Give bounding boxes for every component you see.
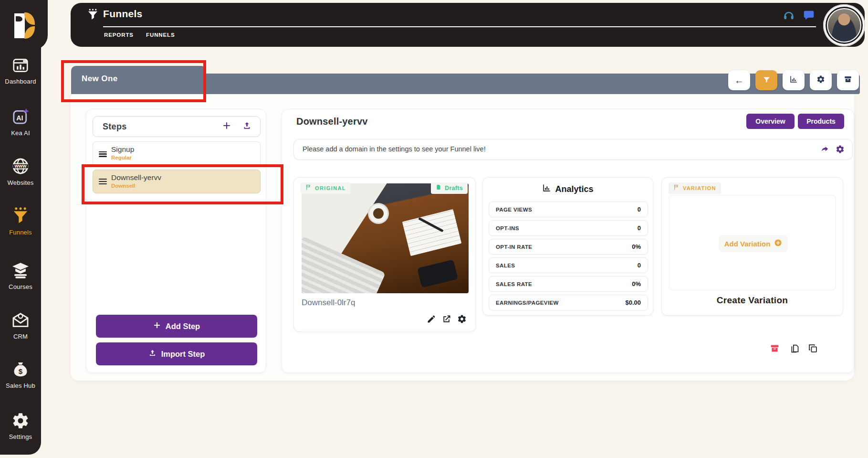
globe-www-icon: www [11,157,30,176]
variation-card: VARIATION Add Variation Create Variation [661,177,843,316]
import-step-icon-button[interactable] [242,121,251,132]
analytics-title: Analytics [483,183,653,195]
funnel-name-tab[interactable]: New One [71,66,206,94]
archive-box-icon [844,75,852,86]
funnel-name: New One [82,74,118,84]
funnel-icon [86,8,99,23]
duplicate-icon[interactable] [808,343,818,355]
sidebar-item-label: Sales Hub [6,382,35,389]
kea-logo-icon [14,12,36,39]
gear-icon [11,412,30,430]
analytics-row-sales: SALES0 [489,257,648,273]
add-variation-button[interactable]: Add Variation [719,235,788,252]
arrow-left-icon: ← [734,75,744,86]
sidebar-item-sales-hub[interactable]: $ Sales Hub [0,361,41,402]
sidebar-item-label: CRM [13,333,28,340]
gear-icon [816,75,825,86]
sidebar-item-dashboard[interactable]: Dashboard [0,56,41,97]
support-headphones-icon[interactable] [783,9,795,23]
import-step-label: Import Step [161,350,205,359]
page-header: Funnels REPORTS FUNNELS [71,3,865,47]
plus-circle-icon [774,239,782,248]
page-name-link[interactable]: Downsell-0lr7q [302,298,355,308]
analytics-row-opt-in-rate: OPT-IN RATE0% [489,239,648,255]
upload-icon [148,349,157,359]
alert-message: Please add a domain in the settings to s… [303,145,486,153]
sidebar-item-label: Websites [8,179,34,186]
flag-icon [305,184,312,192]
funnel-page-card: ORIGINAL Drafts Downsell-0lr7q [293,177,476,332]
step-type: Regular [111,155,132,160]
analytics-card: Analytics PAGE VIEWS0 OPT-INS0 OPT-IN RA… [482,177,653,316]
gear-icon[interactable] [836,145,845,156]
sidebar-item-kea-ai[interactable]: AI Kea AI [0,107,41,148]
import-step-button[interactable]: Import Step [96,342,257,365]
add-step-button[interactable]: Add Step [96,315,257,338]
drag-handle-icon[interactable] [99,179,107,184]
original-badge: ORIGINAL [301,182,351,194]
analytics-row-earnings: EARNINGS/PAGEVIEW$0.00 [489,295,648,310]
tab-reports[interactable]: REPORTS [104,32,134,38]
variation-badge: VARIATION [669,182,721,194]
drafts-status-badge: Drafts [431,182,468,194]
avatar-photo [828,9,860,42]
bar-chart-icon [789,75,798,86]
delete-archive-icon[interactable] [770,343,780,355]
edit-pencil-icon[interactable] [427,314,436,326]
dashboard-icon [11,56,30,75]
drag-handle-icon[interactable] [99,151,107,157]
graduation-cap-icon [11,261,30,280]
bar-chart-icon [542,183,551,195]
upload-icon [242,121,251,132]
back-button[interactable]: ← [728,70,750,90]
page-title: Funnels [103,8,143,20]
app-root: Dashboard AI Kea AI www Websites Funnels… [0,0,868,458]
sidebar-item-settings[interactable]: Settings [0,412,41,453]
analytics-button[interactable] [783,70,805,90]
step-name: Downsell-yervv [111,173,161,182]
share-icon[interactable] [820,145,829,156]
chat-bubble-icon[interactable] [803,9,815,23]
ai-icon: AI [11,107,30,126]
plus-icon [153,321,161,331]
archive-button[interactable] [837,70,859,90]
gear-icon[interactable] [457,314,467,326]
step-name: Signup [111,145,134,154]
sidebar-item-label: Courses [9,283,32,290]
sidebar-item-websites[interactable]: www Websites [0,157,41,198]
header-divider [103,26,816,27]
add-step-label: Add Step [166,322,200,331]
tab-funnels[interactable]: FUNNELS [146,32,175,38]
plus-icon [222,121,231,132]
step-item-downsell-selected[interactable]: Downsell-yervv Downsell [93,170,261,193]
steps-panel: Steps Signup Regular Downsell-yervv Down… [86,109,266,373]
copy-file-icon[interactable] [790,343,800,355]
variation-dropzone: Add Variation [669,195,836,290]
external-link-icon[interactable] [442,314,451,326]
sidebar-item-crm[interactable]: CRM [0,310,41,351]
funnel-step-detail-panel: Downsell-yervv Overview Products Please … [282,109,854,373]
step-item-signup[interactable]: Signup Regular [93,141,261,167]
svg-text:AI: AI [16,114,23,122]
steps-title: Steps [103,122,127,132]
filter-funnel-button[interactable] [755,70,777,90]
svg-text:www: www [14,163,27,169]
funnel-icon [763,75,771,86]
domain-alert: Please add a domain in the settings to s… [293,139,853,160]
products-button[interactable]: Products [798,114,844,129]
sidebar-item-label: Settings [9,433,32,440]
page-thumbnail-image[interactable] [302,183,469,293]
overview-button[interactable]: Overview [746,114,795,129]
sidebar-item-courses[interactable]: Courses [0,261,41,302]
add-step-icon-button[interactable] [222,121,231,132]
steps-header: Steps [93,116,261,137]
settings-button[interactable] [810,70,832,90]
analytics-row-opt-ins: OPT-INS0 [489,220,648,236]
sidebar-item-funnels[interactable]: Funnels [0,206,41,247]
file-icon [436,184,441,192]
svg-text:$: $ [19,367,23,375]
app-logo[interactable] [0,0,48,50]
user-avatar[interactable] [823,4,865,46]
funnel-icon [11,206,30,225]
step-type: Downsell [111,183,135,189]
